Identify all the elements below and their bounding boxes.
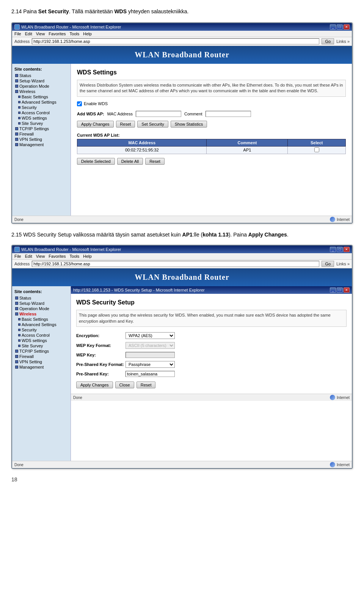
- maximize-btn-1[interactable]: □: [337, 24, 343, 30]
- preshared-format-label: Pre-Shared Key Format:: [76, 362, 126, 367]
- delete-selected-btn[interactable]: Delete Selected: [77, 158, 115, 165]
- menu-file-1[interactable]: File: [14, 32, 21, 36]
- sidebar-item-survey-1[interactable]: Site Survey: [14, 121, 68, 126]
- sidebar-icon-opmode-1: [15, 85, 18, 88]
- sidebar-item-advanced-2[interactable]: Advanced Settings: [14, 322, 68, 327]
- sidebar-item-access-2[interactable]: Access Control: [14, 333, 68, 338]
- sidebar-item-firewall-2[interactable]: Firewall: [14, 354, 68, 359]
- sidebar-item-vpn-2[interactable]: VPN Setting: [14, 359, 68, 364]
- apply-changes-btn-1[interactable]: Apply Changes: [77, 121, 114, 128]
- menu-tools-2[interactable]: Tools: [70, 254, 80, 259]
- globe-icon-2: [330, 462, 335, 467]
- encryption-select[interactable]: WPA2 (AES): [126, 332, 175, 339]
- sidebar-item-status-1[interactable]: Status: [14, 73, 68, 78]
- sidebar-item-tcpip-1[interactable]: TCP/IP Settings: [14, 126, 68, 131]
- sidebar-item-access-1[interactable]: Access Control: [14, 110, 68, 115]
- set-security-btn[interactable]: Set Security: [137, 121, 168, 128]
- minimize-btn-1[interactable]: _: [330, 24, 336, 30]
- sidebar-item-mgmt-1[interactable]: Management: [14, 142, 68, 147]
- sidebar-item-wds-2[interactable]: WDS settings: [14, 338, 68, 343]
- browser-title-1: WLAN Broadband Router - Microsoft Intern…: [21, 25, 121, 29]
- sidebar-item-basic-2[interactable]: Basic Settings: [14, 317, 68, 322]
- sidebar-item-status-2[interactable]: Status: [14, 295, 68, 301]
- sidebar-icon-tcpip-1: [15, 127, 18, 130]
- sidebar-item-wireless-1[interactable]: Wireless: [14, 89, 68, 94]
- sidebar-item-security-2[interactable]: Security: [14, 327, 68, 333]
- wep-key-label: WEP Key:: [76, 353, 126, 357]
- mac-input[interactable]: [136, 111, 181, 117]
- browser-statusbar-1: Done Internet: [12, 216, 352, 223]
- menu-edit-1[interactable]: Edit: [25, 32, 32, 36]
- popup-minimize-btn[interactable]: _: [330, 287, 336, 293]
- sidebar-item-tcpip-2[interactable]: TCP/IP Settings: [14, 348, 68, 354]
- sidebar-icon-basic-1: [18, 96, 20, 98]
- minimize-btn-2[interactable]: _: [330, 247, 336, 252]
- sidebar-item-survey-2[interactable]: Site Survey: [14, 343, 68, 348]
- menu-help-2[interactable]: Help: [83, 254, 92, 259]
- sidebar-icon-survey-1: [18, 122, 20, 125]
- menu-favorites-1[interactable]: Favorites: [49, 32, 66, 36]
- preshared-format-select[interactable]: Passphrase: [126, 361, 175, 368]
- main-content-2: http://192.168.1.253 - WDS Security Setu…: [71, 286, 352, 461]
- reset-btn-2[interactable]: Reset: [145, 158, 165, 165]
- enable-wds-checkbox[interactable]: [77, 101, 82, 106]
- wep-key-format-select[interactable]: ASCII (5 characters): [126, 342, 175, 349]
- popup-reset-btn[interactable]: Reset: [136, 382, 156, 388]
- sidebar-icon-mgmt-1: [15, 143, 18, 146]
- menu-view-1[interactable]: View: [36, 32, 45, 36]
- sidebar-item-opmode-2[interactable]: Operation Mode: [14, 306, 68, 311]
- close-btn-2[interactable]: ✕: [344, 247, 350, 252]
- preshared-key-input[interactable]: [126, 371, 175, 377]
- menu-file-2[interactable]: File: [14, 254, 21, 259]
- sidebar-item-mgmt-2[interactable]: Management: [14, 364, 68, 370]
- browser-statusbar-2: Done Internet: [12, 461, 352, 468]
- sidebar-item-firewall-1[interactable]: Firewall: [14, 131, 68, 137]
- sidebar-icon-wireless-1: [15, 90, 18, 93]
- router-body-2: Site contents: Status Setup Wizard Opera…: [12, 286, 352, 461]
- td-comment-1: AP1: [207, 146, 288, 154]
- menu-edit-2[interactable]: Edit: [25, 254, 32, 259]
- menu-view-2[interactable]: View: [36, 254, 45, 259]
- sidebar-item-security-1[interactable]: Security: [14, 105, 68, 110]
- th-mac: MAC Address: [77, 139, 207, 146]
- delete-all-btn[interactable]: Delete All: [117, 158, 143, 165]
- popup-apply-btn[interactable]: Apply Changes: [76, 382, 113, 388]
- sidebar-item-setup-1[interactable]: Setup Wizard: [14, 78, 68, 84]
- go-btn-1[interactable]: Go: [322, 38, 334, 44]
- reset-btn-1[interactable]: Reset: [116, 121, 135, 128]
- sidebar-item-wds-1[interactable]: WDS settings: [14, 115, 68, 121]
- menu-tools-1[interactable]: Tools: [70, 32, 80, 36]
- router-ui-1: WLAN Broadband Router Site contents: Sta…: [12, 46, 352, 216]
- wep-key-input[interactable]: [126, 352, 175, 358]
- sidebar-item-wireless-2[interactable]: Wireless: [14, 311, 68, 317]
- comment-label: Comment: [184, 112, 202, 116]
- go-btn-2[interactable]: Go: [322, 261, 334, 267]
- browser-titlebar-1: WLAN Broadband Router - Microsoft Intern…: [12, 23, 352, 31]
- address-input-1[interactable]: [32, 38, 319, 44]
- popup-btn-row: Apply Changes Close Reset: [76, 382, 347, 388]
- close-btn-1[interactable]: ✕: [344, 24, 350, 30]
- sidebar-item-advanced-1[interactable]: Advanced Settings: [14, 99, 68, 105]
- popup-maximize-btn[interactable]: □: [337, 287, 343, 293]
- comment-input[interactable]: [206, 111, 251, 117]
- preshared-format-row: Pre-Shared Key Format: Passphrase: [76, 361, 347, 368]
- maximize-btn-2[interactable]: □: [337, 247, 343, 252]
- sidebar-item-basic-1[interactable]: Basic Settings: [14, 94, 68, 99]
- menu-help-1[interactable]: Help: [83, 32, 92, 36]
- row-select-checkbox-1[interactable]: [314, 147, 319, 152]
- sidebar-title-1: Site contents:: [14, 67, 68, 71]
- sidebar-item-setup-2[interactable]: Setup Wizard: [14, 301, 68, 306]
- sidebar-item-opmode-1[interactable]: Operation Mode: [14, 84, 68, 89]
- show-stats-btn[interactable]: Show Statistics: [171, 121, 207, 128]
- sidebar-icon-wireless-2: [15, 312, 18, 315]
- menu-favorites-2[interactable]: Favorites: [49, 254, 66, 259]
- address-input-2[interactable]: [32, 261, 319, 267]
- sidebar-icon-setup-1: [15, 79, 18, 82]
- status-text-1: Done: [14, 218, 24, 222]
- sidebar-item-vpn-1[interactable]: VPN Setting: [14, 137, 68, 142]
- popup-close-btn[interactable]: ✕: [344, 287, 350, 293]
- popup-title-text: http://192.168.1.253 - WDS Security Setu…: [73, 288, 205, 292]
- popup-page-title: WDS Security Setup: [76, 299, 347, 306]
- popup-close-btn-form[interactable]: Close: [115, 382, 134, 388]
- browser-menubar-2: File Edit View Favorites Tools Help: [12, 253, 352, 260]
